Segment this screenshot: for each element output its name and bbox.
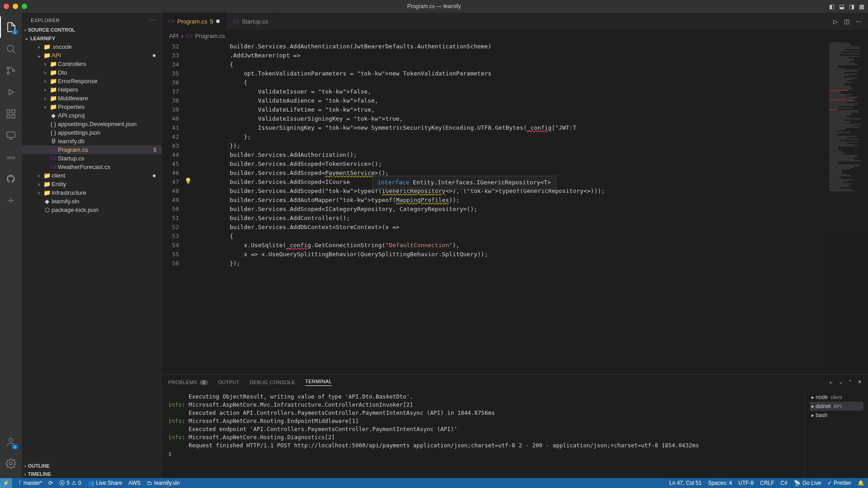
editor-area: C#Program.cs5C#Startup.cs▷◫⋯ API › C# Pr… <box>162 13 868 478</box>
language-mode[interactable]: C# <box>781 480 788 486</box>
prettier-status[interactable]: ✓ Prettier <box>827 480 851 486</box>
minimap[interactable] <box>827 42 868 374</box>
window-controls <box>4 4 27 9</box>
panel-right-icon[interactable]: ◨ <box>849 3 854 10</box>
terminal-output[interactable]: Executing ObjectResult, writing value of… <box>162 390 805 478</box>
csharp-icon: C# <box>186 33 192 39</box>
outline-section[interactable]: ›OUTLINE <box>22 462 162 470</box>
more-icon[interactable]: ⋯ <box>150 17 155 23</box>
svg-rect-7 <box>12 110 15 113</box>
tree-item-controllers[interactable]: ›📁Controllers <box>22 60 162 68</box>
search-view-icon[interactable] <box>0 38 22 60</box>
tree-item-errorresponse[interactable]: ›📁ErrorResponse <box>22 77 162 85</box>
svg-point-2 <box>7 72 9 75</box>
tree-item-appsettings-json[interactable]: { }appsettings.json <box>22 128 162 137</box>
explorer-sidebar: EXPLORER ⋯ ›SOURCE CONTROL ⌄LEARNIFY ›📁.… <box>22 13 162 478</box>
encoding[interactable]: UTF-8 <box>738 480 754 486</box>
debug-console-tab[interactable]: DEBUG CONSOLE <box>250 380 295 385</box>
tree-item-infrastructure[interactable]: ›📁Infrastructure <box>22 188 162 197</box>
problems-status[interactable]: ⓧ 5 ⚠ 0 <box>59 479 81 487</box>
window-title: Program.cs — learnify <box>407 3 461 9</box>
live-share[interactable]: 👥 Live Share <box>88 480 122 486</box>
titlebar: Program.cs — learnify ◧ ⬓ ◨ ▦ <box>0 0 868 13</box>
minimize-window[interactable] <box>13 4 18 9</box>
indentation[interactable]: Spaces: 4 <box>708 480 732 486</box>
new-terminal-icon[interactable]: ＋ <box>828 379 833 386</box>
tree-item-startup-cs[interactable]: C#Startup.cs <box>22 154 162 163</box>
maximize-panel-icon[interactable]: ⌃ <box>848 379 852 386</box>
remote-explorer-icon[interactable] <box>0 125 22 146</box>
tab-program-cs[interactable]: C#Program.cs5 <box>162 13 226 30</box>
tree-item-package-lock-json[interactable]: ⬡package-lock.json <box>22 206 162 214</box>
svg-rect-4 <box>7 110 10 113</box>
editor-body[interactable]: 3233343536373839404142434445464748495051… <box>162 42 868 374</box>
extensions-view-icon[interactable] <box>0 103 22 125</box>
cursor-position[interactable]: Ln 47, Col 51 <box>670 480 702 486</box>
line-gutter: 3233343536373839404142434445464748495051… <box>162 42 187 374</box>
lightbulb-icon[interactable]: 💡 <box>184 178 192 184</box>
terminal-dotnet[interactable]: ▸ dotnet API <box>810 402 863 411</box>
split-editor-icon[interactable]: ◫ <box>844 18 849 25</box>
tree-item-api[interactable]: ⌄📁API <box>22 51 162 60</box>
problems-tab[interactable]: PROBLEMS5 <box>168 380 208 385</box>
terminal-tab[interactable]: TERMINAL <box>305 379 332 386</box>
github-view-icon[interactable] <box>0 168 22 190</box>
tree-item-entity[interactable]: ›📁Entity <box>22 180 162 188</box>
tree-item-learnify-db[interactable]: 🛢learnify.db <box>22 137 162 145</box>
notifications-icon[interactable]: 🔔 <box>858 480 864 486</box>
status-bar: ⚡ ᚶ master* ⟳ ⓧ 5 ⚠ 0 👥 Live Share AWS 🗀… <box>0 478 868 488</box>
workspace-status[interactable]: 🗀 learnify.sln <box>147 480 179 486</box>
tree-item-weatherforecast-cs[interactable]: C#WeatherForecast.cs <box>22 163 162 171</box>
terminal-bash[interactable]: ▸ bash <box>810 411 863 420</box>
tree-item-program-cs[interactable]: C#Program.cs5 <box>22 145 162 154</box>
settings-gear-icon[interactable] <box>0 453 22 474</box>
git-branch[interactable]: ᚶ master* <box>19 480 42 486</box>
sync-icon[interactable]: ⟳ <box>48 480 53 486</box>
hover-tooltip: interface Entity.Interfaces.IGenericRepo… <box>373 176 556 189</box>
tree-item-client[interactable]: ›📁client <box>22 171 162 180</box>
timeline-section[interactable]: ›TIMELINE <box>22 470 162 478</box>
close-panel-icon[interactable]: ✕ <box>858 379 862 386</box>
run-icon[interactable]: ▷ <box>833 18 838 25</box>
accounts-icon[interactable]: 1 <box>0 431 22 453</box>
tab-startup-cs[interactable]: C#Startup.cs <box>226 13 275 30</box>
file-tree: ›📁.vscode⌄📁API›📁Controllers›📁Dto›📁ErrorR… <box>22 42 162 462</box>
eol[interactable]: CRLF <box>760 480 774 486</box>
tree-item-helpers[interactable]: ›📁Helpers <box>22 85 162 94</box>
source-control-view-icon[interactable] <box>0 60 22 81</box>
explorer-title: EXPLORER <box>31 18 60 23</box>
tree-item-dto[interactable]: ›📁Dto <box>22 68 162 77</box>
aws-status[interactable]: AWS <box>128 480 141 486</box>
svg-rect-5 <box>7 115 10 118</box>
terminal-list: ▸ node client▸ dotnet API▸ bash <box>805 390 868 478</box>
git-graph-icon[interactable] <box>0 190 22 211</box>
workspace-section[interactable]: ⌄LEARNIFY <box>22 34 162 42</box>
panel-left-icon[interactable]: ◧ <box>829 3 835 10</box>
tree-item-middleware[interactable]: ›📁Middleware <box>22 94 162 103</box>
breadcrumbs[interactable]: API › C# Program.cs <box>162 30 868 42</box>
bottom-panel: PROBLEMS5 OUTPUT DEBUG CONSOLE TERMINAL … <box>162 374 868 478</box>
svg-point-10 <box>9 462 12 465</box>
more-actions-icon[interactable]: ⋯ <box>856 18 862 25</box>
panel-bottom-icon[interactable]: ⬓ <box>839 3 844 10</box>
maximize-window[interactable] <box>22 4 27 9</box>
run-debug-view-icon[interactable] <box>0 81 22 103</box>
editor-tabs: C#Program.cs5C#Startup.cs▷◫⋯ <box>162 13 868 30</box>
remote-indicator[interactable]: ⚡ <box>0 478 12 488</box>
terminal-dropdown-icon[interactable]: ⌄ <box>839 379 843 386</box>
terminal-node[interactable]: ▸ node client <box>810 393 863 402</box>
customize-layout-icon[interactable]: ▦ <box>859 3 864 10</box>
tree-item-api-csproj[interactable]: ◆API.csproj <box>22 111 162 120</box>
output-tab[interactable]: OUTPUT <box>218 380 240 385</box>
aws-view-icon[interactable]: aws <box>0 146 22 168</box>
source-control-section[interactable]: ›SOURCE CONTROL <box>22 26 162 34</box>
activity-bar: 1 aws 1 <box>0 13 22 478</box>
go-live[interactable]: 📡 Go Live <box>794 480 821 486</box>
tree-item-learnify-sln[interactable]: ◆learnify.sln <box>22 197 162 206</box>
tree-item-appsettings-development-json[interactable]: { }appsettings.Development.json <box>22 120 162 128</box>
code-content[interactable]: builder.Services.AddAuthentication(JwtBe… <box>187 42 827 374</box>
tree-item-properties[interactable]: ›📁Properties <box>22 103 162 111</box>
tree-item--vscode[interactable]: ›📁.vscode <box>22 42 162 51</box>
close-window[interactable] <box>4 4 9 9</box>
explorer-view-icon[interactable]: 1 <box>0 16 22 38</box>
